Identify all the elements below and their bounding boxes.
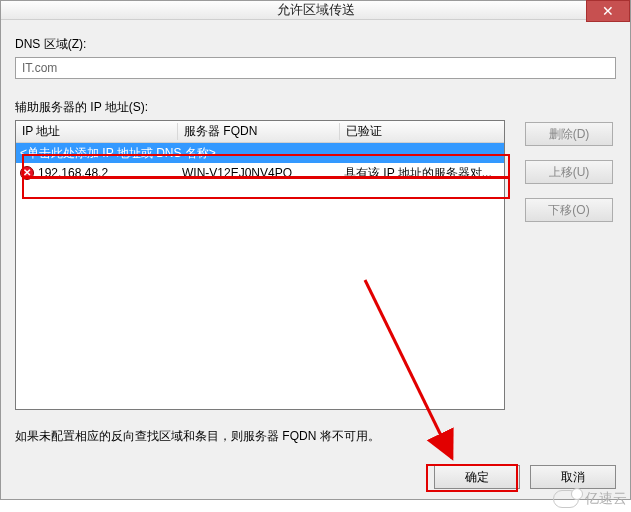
dns-zone-value-box: IT.com — [15, 57, 616, 79]
col-header-fqdn[interactable]: 服务器 FQDN — [178, 123, 340, 140]
ok-button[interactable]: 确定 — [434, 465, 520, 489]
fqdn-warning-note: 如果未配置相应的反向查找区域和条目，则服务器 FQDN 将不可用。 — [15, 428, 616, 445]
col-header-validated[interactable]: 已验证 — [340, 123, 504, 140]
side-buttons: 删除(D) 上移(U) 下移(O) — [525, 120, 613, 222]
close-button[interactable]: ✕ — [586, 0, 630, 22]
table-row[interactable]: ✕ 192.168.48.2 WIN-V12EJ0NV4PO 具有该 IP 地址… — [16, 163, 504, 183]
watermark-text: 亿速云 — [585, 490, 627, 508]
cancel-button[interactable]: 取消 — [530, 465, 616, 489]
cloud-icon — [553, 490, 579, 508]
add-ip-input-row[interactable]: <单击此处添加 IP 地址或 DNS 名称> — [16, 143, 504, 163]
delete-button[interactable]: 删除(D) — [525, 122, 613, 146]
list-header: IP 地址 服务器 FQDN 已验证 — [16, 121, 504, 143]
cell-validated: 具有该 IP 地址的服务器对... — [340, 165, 504, 182]
close-icon: ✕ — [602, 4, 614, 18]
dialog-body: DNS 区域(Z): IT.com 辅助服务器的 IP 地址(S): IP 地址… — [1, 20, 630, 455]
dns-zone-value: IT.com — [22, 61, 57, 75]
servers-label: 辅助服务器的 IP 地址(S): — [15, 99, 616, 116]
cell-ip: 192.168.48.2 — [38, 166, 108, 180]
servers-listbox[interactable]: IP 地址 服务器 FQDN 已验证 <单击此处添加 IP 地址或 DNS 名称… — [15, 120, 505, 410]
list-body: <单击此处添加 IP 地址或 DNS 名称> ✕ 192.168.48.2 WI… — [16, 143, 504, 409]
move-up-button[interactable]: 上移(U) — [525, 160, 613, 184]
cell-fqdn: WIN-V12EJ0NV4PO — [178, 166, 340, 180]
dns-zone-label: DNS 区域(Z): — [15, 36, 616, 53]
watermark: 亿速云 — [553, 490, 627, 508]
dialog-footer: 确定 取消 — [1, 455, 630, 503]
error-icon: ✕ — [20, 166, 34, 180]
dialog-title: 允许区域传送 — [277, 1, 355, 19]
add-ip-placeholder: <单击此处添加 IP 地址或 DNS 名称> — [20, 145, 216, 162]
col-header-ip[interactable]: IP 地址 — [16, 123, 178, 140]
move-down-button[interactable]: 下移(O) — [525, 198, 613, 222]
dialog-allow-zone-transfer: 允许区域传送 ✕ DNS 区域(Z): IT.com 辅助服务器的 IP 地址(… — [0, 0, 631, 500]
titlebar: 允许区域传送 ✕ — [1, 1, 630, 20]
